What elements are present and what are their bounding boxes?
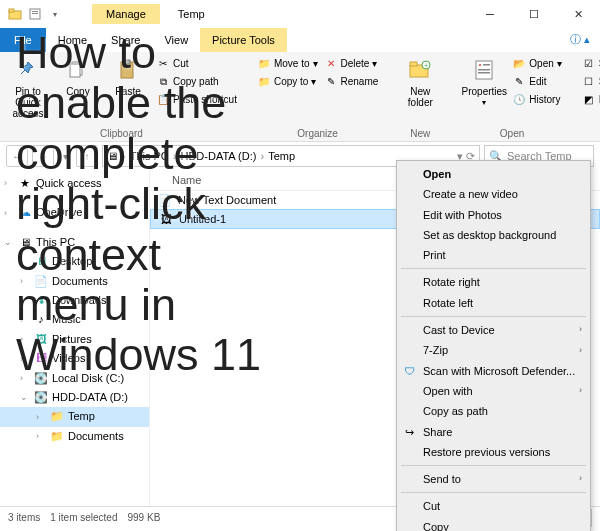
file-tab[interactable]: File xyxy=(0,28,46,52)
tab-picture-tools[interactable]: Picture Tools xyxy=(200,28,287,52)
help-icon[interactable]: ⓘ ▴ xyxy=(560,28,600,52)
ctx-defender[interactable]: 🛡Scan with Microsoft Defender... xyxy=(397,361,590,381)
delete-button[interactable]: ✕Delete ▾ xyxy=(324,56,379,72)
separator xyxy=(401,316,586,317)
tree-documents[interactable]: ›📄Documents xyxy=(0,272,149,291)
nav-tree[interactable]: ›★Quick access ›☁OneDrive ⌄🖥This PC ›🖥De… xyxy=(0,170,150,506)
new-folder-button[interactable]: + New folder xyxy=(398,56,442,108)
paste-button[interactable]: Paste xyxy=(106,56,150,97)
tab-view[interactable]: View xyxy=(152,28,200,52)
pin-button[interactable]: Pin to Quick access xyxy=(6,56,50,119)
new-folder-icon: + xyxy=(408,56,432,84)
ribbon-group-label: New xyxy=(410,127,430,139)
ribbon-group-select: ☑Select all ☐Select none ◩Invert selecti… xyxy=(582,56,600,139)
tree-downloads[interactable]: ›⬇Downloads xyxy=(0,291,149,310)
chevron-right-icon: › xyxy=(579,473,582,485)
tree-desktop[interactable]: ›🖥Desktop xyxy=(0,252,149,271)
crumb-folder[interactable]: Temp xyxy=(268,150,295,162)
paste-shortcut-button[interactable]: 📋Paste shortcut xyxy=(156,92,237,108)
tree-temp[interactable]: ›📁Temp xyxy=(0,407,149,426)
ctx-edit-photos[interactable]: Edit with Photos xyxy=(397,205,590,225)
ribbon-group-clipboard: Pin to Quick access Copy Paste ✂Cut ⧉Cop… xyxy=(6,56,237,139)
maximize-button[interactable]: ☐ xyxy=(512,0,556,28)
move-to-button[interactable]: 📁Move to ▾ xyxy=(257,56,318,72)
copy-path-button[interactable]: ⧉Copy path xyxy=(156,74,237,90)
status-size: 999 KB xyxy=(128,512,161,523)
crumb-drive[interactable]: HDD-DATA (D:) xyxy=(180,150,256,162)
ribbon-group-label: Organize xyxy=(297,127,338,139)
chevron-down-icon[interactable]: ▾ xyxy=(48,7,62,21)
pictures-icon: 🖼 xyxy=(34,332,48,346)
history-button[interactable]: 🕓History xyxy=(512,92,561,108)
status-count: 3 items xyxy=(8,512,40,523)
ctx-cast[interactable]: Cast to Device› xyxy=(397,320,590,340)
ctx-copy-path[interactable]: Copy as path xyxy=(397,401,590,421)
svg-rect-10 xyxy=(410,62,417,66)
properties-button[interactable]: Properties▾ xyxy=(462,56,506,108)
tree-quick-access[interactable]: ›★Quick access xyxy=(0,174,149,193)
tree-onedrive[interactable]: ›☁OneDrive xyxy=(0,203,149,222)
ctx-cut[interactable]: Cut xyxy=(397,496,590,516)
svg-rect-8 xyxy=(124,60,130,64)
invert-icon: ◩ xyxy=(582,93,596,107)
invert-selection-button[interactable]: ◩Invert selection xyxy=(582,92,600,108)
open-item-button[interactable]: 📂Open ▾ xyxy=(512,56,561,72)
pin-icon xyxy=(17,56,39,84)
ctx-7zip[interactable]: 7-Zip› xyxy=(397,340,590,360)
tab-home[interactable]: Home xyxy=(46,28,99,52)
ctx-restore[interactable]: Restore previous versions xyxy=(397,442,590,462)
svg-rect-4 xyxy=(32,13,38,14)
forward-button[interactable]: → xyxy=(32,145,54,167)
svg-rect-6 xyxy=(70,64,80,77)
ctx-copy[interactable]: Copy xyxy=(397,517,590,531)
context-menu: Open Create a new video Edit with Photos… xyxy=(396,160,591,531)
history-icon: 🕓 xyxy=(512,93,526,107)
ctx-create-video[interactable]: Create a new video xyxy=(397,184,590,204)
copy-to-icon: 📁 xyxy=(257,75,271,89)
edit-button[interactable]: ✎Edit xyxy=(512,74,561,90)
tree-videos[interactable]: ›🎞Videos xyxy=(0,349,149,368)
svg-rect-17 xyxy=(478,72,490,74)
ctx-print[interactable]: Print xyxy=(397,245,590,265)
ctx-share[interactable]: ↪Share xyxy=(397,422,590,442)
ribbon-group-new: + New folder New xyxy=(398,56,442,139)
tree-data-disk[interactable]: ⌄💽HDD-DATA (D:) xyxy=(0,388,149,407)
rename-icon: ✎ xyxy=(324,75,338,89)
contextual-tab-manage[interactable]: Manage xyxy=(92,4,160,24)
ctx-open[interactable]: Open xyxy=(397,164,590,184)
svg-text:+: + xyxy=(424,62,428,69)
ctx-rotate-left[interactable]: Rotate left xyxy=(397,293,590,313)
drive-icon: 💽 xyxy=(34,391,48,405)
recent-dropdown[interactable]: ▾ xyxy=(58,145,72,167)
properties-icon[interactable] xyxy=(28,7,42,21)
separator xyxy=(401,268,586,269)
minimize-button[interactable]: ─ xyxy=(468,0,512,28)
crumb-thispc[interactable]: This PC xyxy=(130,150,169,162)
copy-path-icon: ⧉ xyxy=(156,75,170,89)
copy-to-button[interactable]: 📁Copy to ▾ xyxy=(257,74,318,90)
ctx-open-with[interactable]: Open with› xyxy=(397,381,590,401)
tree-local-disk[interactable]: ›💽Local Disk (C:) xyxy=(0,369,149,388)
tab-share[interactable]: Share xyxy=(99,28,152,52)
ctx-set-bg[interactable]: Set as desktop background xyxy=(397,225,590,245)
tree-thispc[interactable]: ⌄🖥This PC xyxy=(0,233,149,252)
drive-icon: 💽 xyxy=(34,371,48,385)
folder-icon xyxy=(8,7,22,21)
star-icon: ★ xyxy=(18,177,32,191)
cut-button[interactable]: ✂Cut xyxy=(156,56,237,72)
close-button[interactable]: ✕ xyxy=(556,0,600,28)
tree-folder2[interactable]: ›📁Documents xyxy=(0,427,149,446)
select-all-button[interactable]: ☑Select all xyxy=(582,56,600,72)
select-none-button[interactable]: ☐Select none xyxy=(582,74,600,90)
tree-music[interactable]: ›♪Music xyxy=(0,310,149,329)
ribbon: Pin to Quick access Copy Paste ✂Cut ⧉Cop… xyxy=(0,52,600,142)
up-button[interactable]: ↑ xyxy=(76,145,98,167)
delete-icon: ✕ xyxy=(324,57,338,71)
title-bar: ▾ Manage Temp ─ ☐ ✕ xyxy=(0,0,600,28)
back-button[interactable]: ← xyxy=(6,145,28,167)
ctx-send-to[interactable]: Send to› xyxy=(397,469,590,489)
copy-button[interactable]: Copy xyxy=(56,56,100,97)
ctx-rotate-right[interactable]: Rotate right xyxy=(397,272,590,292)
tree-pictures[interactable]: ›🖼Pictures xyxy=(0,330,149,349)
rename-button[interactable]: ✎Rename xyxy=(324,74,379,90)
